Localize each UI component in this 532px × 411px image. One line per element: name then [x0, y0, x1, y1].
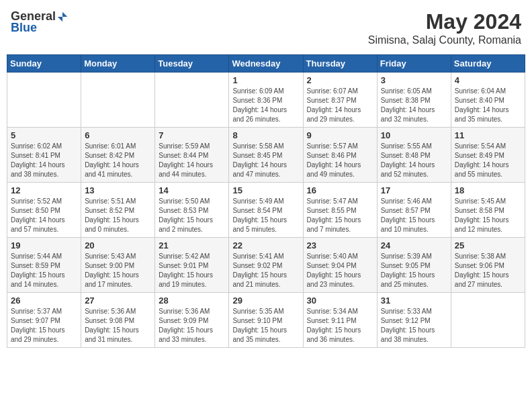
calendar-cell: 6Sunrise: 6:01 AM Sunset: 8:42 PM Daylig… — [81, 128, 155, 183]
calendar-cell: 17Sunrise: 5:46 AM Sunset: 8:57 PM Dayli… — [377, 183, 451, 238]
calendar: SundayMondayTuesdayWednesdayThursdayFrid… — [7, 54, 525, 348]
calendar-cell: 18Sunrise: 5:45 AM Sunset: 8:58 PM Dayli… — [451, 183, 525, 238]
day-number: 1 — [232, 75, 299, 85]
calendar-cell: 2Sunrise: 6:07 AM Sunset: 8:37 PM Daylig… — [303, 73, 377, 128]
day-info: Sunrise: 5:39 AM Sunset: 9:05 PM Dayligh… — [381, 252, 447, 289]
calendar-cell: 20Sunrise: 5:43 AM Sunset: 9:00 PM Dayli… — [81, 238, 155, 293]
day-info: Sunrise: 5:37 AM Sunset: 9:07 PM Dayligh… — [11, 307, 77, 345]
day-info: Sunrise: 5:33 AM Sunset: 9:12 PM Dayligh… — [381, 307, 447, 345]
logo-icon — [56, 11, 69, 23]
day-number: 3 — [381, 75, 447, 85]
day-number: 18 — [455, 185, 521, 195]
day-info: Sunrise: 5:57 AM Sunset: 8:46 PM Dayligh… — [307, 142, 373, 179]
main-title: May 2024 — [368, 9, 521, 34]
calendar-cell: 31Sunrise: 5:33 AM Sunset: 9:12 PM Dayli… — [377, 293, 451, 348]
title-area: May 2024 Simisna, Salaj County, Romania — [368, 9, 521, 46]
day-info: Sunrise: 5:42 AM Sunset: 9:01 PM Dayligh… — [159, 252, 225, 289]
day-info: Sunrise: 5:43 AM Sunset: 9:00 PM Dayligh… — [85, 252, 151, 289]
day-info: Sunrise: 5:34 AM Sunset: 9:11 PM Dayligh… — [307, 307, 373, 345]
day-number: 6 — [85, 130, 151, 140]
day-number: 28 — [159, 295, 225, 306]
calendar-cell: 13Sunrise: 5:51 AM Sunset: 8:52 PM Dayli… — [81, 183, 155, 238]
calendar-cell: 5Sunrise: 6:02 AM Sunset: 8:41 PM Daylig… — [7, 128, 81, 183]
calendar-cell: 4Sunrise: 6:04 AM Sunset: 8:40 PM Daylig… — [451, 73, 525, 128]
day-number: 13 — [85, 185, 151, 195]
day-info: Sunrise: 5:51 AM Sunset: 8:52 PM Dayligh… — [85, 197, 151, 234]
day-info: Sunrise: 6:05 AM Sunset: 8:38 PM Dayligh… — [381, 87, 447, 124]
day-number: 24 — [381, 240, 447, 250]
calendar-header-wednesday: Wednesday — [229, 55, 303, 73]
day-number: 2 — [307, 75, 373, 85]
svg-marker-0 — [58, 11, 67, 21]
day-number: 11 — [455, 130, 521, 140]
calendar-cell: 11Sunrise: 5:54 AM Sunset: 8:49 PM Dayli… — [451, 128, 525, 183]
day-info: Sunrise: 6:04 AM Sunset: 8:40 PM Dayligh… — [455, 87, 521, 124]
calendar-header-tuesday: Tuesday — [155, 55, 229, 73]
day-info: Sunrise: 5:58 AM Sunset: 8:45 PM Dayligh… — [232, 142, 299, 179]
calendar-header-monday: Monday — [81, 55, 155, 73]
day-info: Sunrise: 5:49 AM Sunset: 8:54 PM Dayligh… — [232, 197, 299, 234]
day-info: Sunrise: 5:35 AM Sunset: 9:10 PM Dayligh… — [232, 307, 299, 345]
day-number: 21 — [159, 240, 225, 250]
day-info: Sunrise: 5:41 AM Sunset: 9:02 PM Dayligh… — [232, 252, 299, 289]
day-info: Sunrise: 5:44 AM Sunset: 8:59 PM Dayligh… — [11, 252, 77, 289]
day-info: Sunrise: 6:02 AM Sunset: 8:41 PM Dayligh… — [11, 142, 77, 179]
calendar-cell: 8Sunrise: 5:58 AM Sunset: 8:45 PM Daylig… — [229, 128, 303, 183]
calendar-cell: 16Sunrise: 5:47 AM Sunset: 8:55 PM Dayli… — [303, 183, 377, 238]
day-number: 10 — [381, 130, 447, 140]
day-info: Sunrise: 5:46 AM Sunset: 8:57 PM Dayligh… — [381, 197, 447, 234]
calendar-cell — [81, 73, 155, 128]
calendar-cell: 24Sunrise: 5:39 AM Sunset: 9:05 PM Dayli… — [377, 238, 451, 293]
calendar-cell: 12Sunrise: 5:52 AM Sunset: 8:50 PM Dayli… — [7, 183, 81, 238]
day-info: Sunrise: 6:09 AM Sunset: 8:36 PM Dayligh… — [232, 87, 299, 124]
day-number: 20 — [85, 240, 151, 250]
day-number: 27 — [85, 295, 151, 306]
day-number: 22 — [232, 240, 299, 250]
calendar-week-2: 5Sunrise: 6:02 AM Sunset: 8:41 PM Daylig… — [7, 128, 525, 183]
calendar-week-4: 19Sunrise: 5:44 AM Sunset: 8:59 PM Dayli… — [7, 238, 525, 293]
calendar-cell: 9Sunrise: 5:57 AM Sunset: 8:46 PM Daylig… — [303, 128, 377, 183]
day-info: Sunrise: 5:47 AM Sunset: 8:55 PM Dayligh… — [307, 197, 373, 234]
calendar-cell: 1Sunrise: 6:09 AM Sunset: 8:36 PM Daylig… — [229, 73, 303, 128]
calendar-header-saturday: Saturday — [451, 55, 525, 73]
day-number: 29 — [232, 295, 299, 306]
logo: General Blue — [11, 9, 69, 35]
day-number: 14 — [159, 185, 225, 195]
calendar-cell: 15Sunrise: 5:49 AM Sunset: 8:54 PM Dayli… — [229, 183, 303, 238]
day-info: Sunrise: 5:38 AM Sunset: 9:06 PM Dayligh… — [455, 252, 521, 289]
subtitle: Simisna, Salaj County, Romania — [368, 34, 521, 46]
calendar-week-3: 12Sunrise: 5:52 AM Sunset: 8:50 PM Dayli… — [7, 183, 525, 238]
calendar-header-row: SundayMondayTuesdayWednesdayThursdayFrid… — [7, 55, 525, 73]
calendar-cell — [7, 73, 81, 128]
calendar-cell: 21Sunrise: 5:42 AM Sunset: 9:01 PM Dayli… — [155, 238, 229, 293]
calendar-cell: 29Sunrise: 5:35 AM Sunset: 9:10 PM Dayli… — [229, 293, 303, 348]
day-info: Sunrise: 5:52 AM Sunset: 8:50 PM Dayligh… — [11, 197, 77, 234]
calendar-cell: 14Sunrise: 5:50 AM Sunset: 8:53 PM Dayli… — [155, 183, 229, 238]
calendar-cell — [155, 73, 229, 128]
calendar-cell: 30Sunrise: 5:34 AM Sunset: 9:11 PM Dayli… — [303, 293, 377, 348]
day-info: Sunrise: 5:40 AM Sunset: 9:04 PM Dayligh… — [307, 252, 373, 289]
header: General Blue May 2024 Simisna, Salaj Cou… — [7, 7, 525, 49]
day-number: 5 — [11, 130, 77, 140]
day-number: 19 — [11, 240, 77, 250]
day-info: Sunrise: 6:01 AM Sunset: 8:42 PM Dayligh… — [85, 142, 151, 179]
day-number: 4 — [455, 75, 521, 85]
day-number: 8 — [232, 130, 299, 140]
day-number: 16 — [307, 185, 373, 195]
day-number: 31 — [381, 295, 447, 306]
day-number: 30 — [307, 295, 373, 306]
day-number: 26 — [11, 295, 77, 306]
calendar-cell — [451, 293, 525, 348]
calendar-cell: 19Sunrise: 5:44 AM Sunset: 8:59 PM Dayli… — [7, 238, 81, 293]
day-info: Sunrise: 5:36 AM Sunset: 9:09 PM Dayligh… — [159, 307, 225, 345]
calendar-header-sunday: Sunday — [7, 55, 81, 73]
day-info: Sunrise: 5:59 AM Sunset: 8:44 PM Dayligh… — [159, 142, 225, 179]
day-number: 17 — [381, 185, 447, 195]
calendar-cell: 23Sunrise: 5:40 AM Sunset: 9:04 PM Dayli… — [303, 238, 377, 293]
day-number: 25 — [455, 240, 521, 250]
calendar-week-5: 26Sunrise: 5:37 AM Sunset: 9:07 PM Dayli… — [7, 293, 525, 348]
day-info: Sunrise: 5:50 AM Sunset: 8:53 PM Dayligh… — [159, 197, 225, 234]
calendar-cell: 22Sunrise: 5:41 AM Sunset: 9:02 PM Dayli… — [229, 238, 303, 293]
day-info: Sunrise: 5:54 AM Sunset: 8:49 PM Dayligh… — [455, 142, 521, 179]
calendar-cell: 10Sunrise: 5:55 AM Sunset: 8:48 PM Dayli… — [377, 128, 451, 183]
